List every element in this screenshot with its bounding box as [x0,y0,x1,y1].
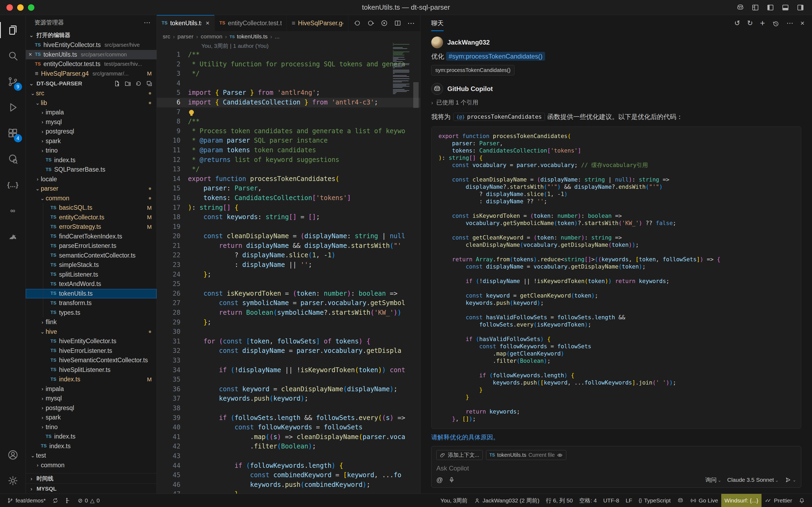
tree-file[interactable]: TSfindCaretTokenIndex.ts [26,232,157,241]
more-icon[interactable]: ⋯ [787,19,794,27]
mention-icon[interactable]: @ [437,476,443,484]
activity-item-copilot-chat[interactable]: ∞ [0,198,26,223]
close-icon[interactable]: × [801,19,805,27]
tree-folder[interactable]: ⌄parser [26,184,157,193]
activity-item-explorer[interactable] [0,17,26,43]
tree-folder[interactable]: ›postgresql [26,127,157,136]
close-icon[interactable]: × [206,19,210,27]
tree-folder[interactable]: ›mysql [26,117,157,127]
new-folder-icon[interactable] [124,80,131,87]
breadcrumb-item[interactable]: common [201,33,223,40]
chat-input-box[interactable]: 添加上下文... TS tokenUtils.ts Current file @… [431,446,801,488]
tree-file[interactable]: TStransform.ts [26,298,157,308]
tree-folder[interactable]: ›trino [26,146,157,156]
function-chip[interactable]: {@}processTokenCandidates [453,113,545,121]
tree-file[interactable]: TSerrorStrategy.tsM [26,222,157,232]
activity-item-source-control[interactable]: 9 [0,69,26,95]
history-icon[interactable] [772,19,779,27]
tree-folder[interactable]: ⌄common [26,193,157,203]
activity-item-search[interactable] [0,43,26,69]
redo-icon[interactable]: ↻ [747,19,753,27]
symbol-reference-chip[interactable]: #sym:processTokenCandidates() [446,52,545,61]
tree-folder[interactable]: ›spark [26,136,157,146]
maximize-window-button[interactable] [28,4,35,11]
status-TypeScript[interactable]: {}TypeScript [635,494,674,507]
chat-code-block[interactable]: export function processTokenCandidates( … [431,126,801,429]
activity-item-braces[interactable]: {...} [0,172,26,198]
open-editor-item[interactable]: TShiveEntityCollector.tssrc/parser/hive [26,40,157,50]
more-icon[interactable]: ⋯ [407,19,415,27]
status-Prettier[interactable]: ✓✓Prettier [761,494,795,507]
tree-file[interactable]: TSsimpleStack.ts [26,260,157,270]
tree-folder[interactable]: ›common [26,460,157,470]
status-You, 3周前[interactable]: You, 3周前 [437,494,471,507]
sidebar-section-MYSQL[interactable]: ›MYSQL [26,484,157,494]
tree-file[interactable]: TSbasicSQL.tsM [26,203,157,213]
nav-back-icon[interactable] [354,19,361,27]
activity-item-kangaroo[interactable] [0,223,26,249]
tree-file[interactable]: TStextAndWord.ts [26,279,157,289]
status-空格: 4[interactable]: 空格: 4 [576,494,600,507]
titlebar-panel-right-icon[interactable] [797,3,805,11]
open-editor-item[interactable]: ≡HiveSqlParser.g4src/grammar/...M [26,69,157,79]
tree-file[interactable]: TStypes.ts [26,308,157,318]
titlebar-layout-icon[interactable] [751,3,759,11]
window-controls[interactable] [6,4,35,11]
tree-folder[interactable]: ›impala [26,108,157,117]
split-editor-icon[interactable] [394,19,401,27]
run-icon[interactable] [381,19,388,27]
tree-file[interactable]: TSentityCollector.tsM [26,213,157,222]
tree-file[interactable]: TSindex.tsM [26,375,157,384]
tree-file[interactable]: TSsplitListener.ts [26,270,157,280]
status-JackWang032 (2 周前)[interactable]: JackWang032 (2 周前) [471,494,543,507]
new-chat-icon[interactable]: + [760,18,765,28]
titlebar-panel-bottom-icon[interactable] [781,3,790,11]
minimap[interactable] [393,43,411,95]
status-issues[interactable]: ⊘0△0 [75,494,103,507]
breadcrumb-file[interactable]: TStokenUtils.ts [230,33,268,40]
chat-input[interactable] [437,464,796,473]
tree-folder[interactable]: ⌄hive [26,327,157,337]
undo-icon[interactable]: ↺ [735,19,740,27]
new-file-icon[interactable] [114,80,121,87]
status-LF[interactable]: LF [623,494,636,507]
tree-folder[interactable]: ›spark [26,413,157,422]
titlebar-copilot-icon[interactable] [736,3,744,11]
close-window-button[interactable] [6,4,13,11]
open-editor-item[interactable]: ×TStokenUtils.tssrc/parser/common [26,50,157,60]
add-context-button[interactable]: 添加上下文... [437,450,483,460]
sidebar-section-时间线[interactable]: ›时间线 [26,473,157,484]
tree-folder[interactable]: ›locale [26,175,157,184]
status-UTF-8[interactable]: UTF-8 [600,494,623,507]
status-graph-icon[interactable] [62,494,75,507]
project-actions[interactable] [114,80,153,87]
lightbulb-icon[interactable] [189,110,194,115]
tree-file[interactable]: TShiveSemanticContextCollector.ts [26,355,157,365]
breadcrumb[interactable]: src›parser›common›TStokenUtils.ts›... [157,31,420,42]
status-sync-icon[interactable] [49,494,62,507]
status-bell-icon[interactable] [795,494,808,507]
tree-folder[interactable]: ›impala [26,384,157,394]
tree-file[interactable]: TSSQLParserBase.ts [26,165,157,175]
tree-folder[interactable]: ⌄lib [26,98,157,108]
close-icon[interactable]: × [26,51,35,58]
open-editors-header[interactable]: ⌄ 打开的编辑器 [26,30,157,40]
sidebar-more-icon[interactable]: ⋯ [143,18,151,27]
refresh-icon[interactable] [135,80,142,87]
status-Go Live[interactable]: Go Live [687,494,721,507]
activity-item-extensions[interactable]: 4 [0,120,26,146]
breadcrumb-tail[interactable]: ... [275,33,280,40]
nav-forward-icon[interactable] [367,19,374,27]
tree-file[interactable]: TShiveSplitListener.ts [26,365,157,375]
activity-item-run-debug[interactable] [0,95,26,120]
titlebar-actions[interactable] [736,3,805,11]
status-Windsurf: {...}[interactable]: Windsurf: {...} [721,494,761,507]
collapse-icon[interactable] [146,80,153,87]
tree-folder[interactable]: ⌄test [26,451,157,460]
tree-file[interactable]: TSparseErrorListener.ts [26,241,157,251]
editor-scrollbar[interactable] [413,82,419,108]
chat-mode-dropdown[interactable]: 询问⌄ [705,476,721,484]
tree-folder[interactable]: ›postgresql [26,403,157,413]
breadcrumb-item[interactable]: parser [177,33,193,40]
status-feat/demos*[interactable]: feat/demos* [4,494,49,507]
